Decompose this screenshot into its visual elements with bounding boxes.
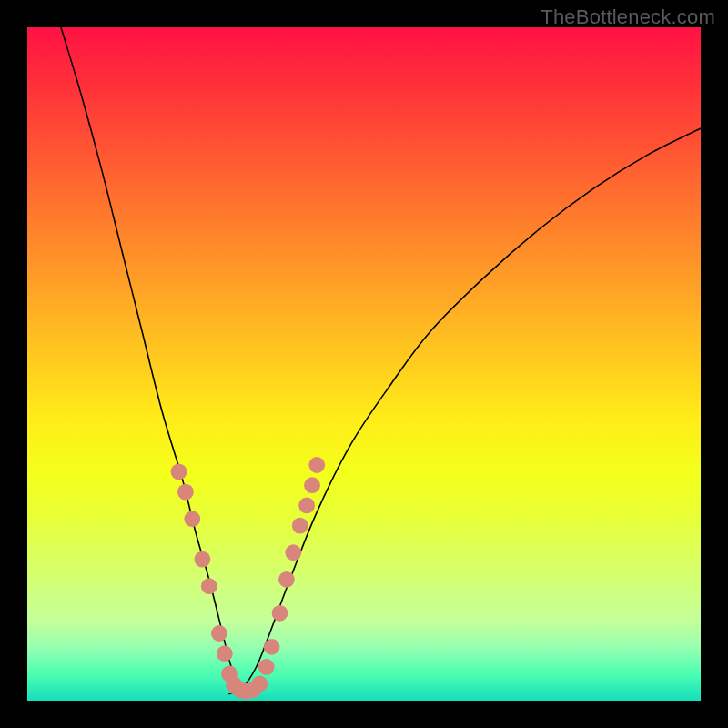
data-marker: [184, 511, 200, 527]
left-branch-curve: [61, 27, 257, 694]
data-marker: [264, 639, 280, 655]
data-marker: [171, 464, 187, 480]
data-marker: [251, 676, 268, 693]
data-marker: [278, 571, 295, 588]
data-marker: [258, 659, 275, 675]
marker-group: [171, 457, 325, 699]
data-marker: [292, 518, 308, 534]
data-marker: [298, 498, 315, 514]
data-marker: [201, 578, 217, 594]
right-branch-curve: [229, 128, 701, 694]
outer-frame: TheBottleneck.com: [0, 0, 728, 728]
data-marker: [177, 484, 194, 500]
data-marker: [304, 477, 320, 493]
data-marker: [272, 605, 288, 622]
data-marker: [285, 544, 301, 561]
data-marker: [211, 625, 228, 642]
data-marker: [217, 645, 233, 662]
data-marker: [195, 551, 211, 568]
plot-area: [27, 27, 701, 701]
data-marker: [308, 457, 325, 473]
watermark-text: TheBottleneck.com: [541, 5, 715, 29]
curve-layer: [27, 27, 701, 701]
